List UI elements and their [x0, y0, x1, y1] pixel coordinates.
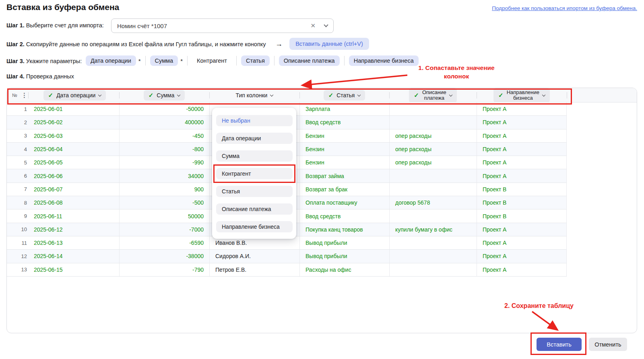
cell-amount: 400000 [119, 116, 209, 129]
cell-description [389, 263, 477, 276]
cell-amount: -500 [119, 196, 209, 209]
table-row: 122025-06-14-38000Сидоров А.И.Вывод приб… [7, 250, 567, 263]
account-select[interactable]: Номин счёт *1007 ✕ [111, 18, 334, 33]
header-label-line2: бизнеса [513, 95, 533, 101]
cell-amount: 900 [119, 183, 209, 196]
header-cell-3: Тип колонки [209, 88, 299, 103]
cell-category: Вывод прибыли [299, 250, 389, 263]
cell-number: 10 [7, 223, 29, 236]
cell-category: Ввод средств [299, 209, 389, 222]
cell-number: 4 [7, 143, 29, 156]
cell-business: Проект А [477, 116, 567, 129]
dropdown-option-2[interactable]: Дата операции [216, 133, 293, 144]
dropdown-option-7[interactable]: Направление бизнеса [216, 221, 293, 232]
check-icon: ✓ [48, 92, 54, 99]
dropdown-option-1[interactable]: Не выбран [216, 115, 293, 126]
column-type-selector-3[interactable]: Тип колонки [231, 90, 278, 100]
step1-text: Выберите счет для импорта: [26, 22, 104, 29]
cell-number: 3 [7, 129, 29, 142]
insert-button[interactable]: Вставить [537, 338, 582, 351]
chevron-down-icon [177, 93, 180, 96]
cancel-button[interactable]: Отменить [589, 338, 627, 351]
cell-number: 5 [7, 156, 29, 169]
required-asterisk: * [180, 57, 183, 64]
cell-business: Проект B [477, 183, 567, 196]
header-label: Дата операции [56, 92, 95, 98]
cell-category: Бензин [299, 156, 389, 169]
kebab-menu-icon[interactable]: ⋮ [21, 88, 27, 103]
step2-label: Шаг 2. Скопируйте данные по операциям из… [6, 41, 266, 47]
param-chip-1[interactable]: Дата операции [86, 55, 136, 66]
cell-description [389, 103, 477, 115]
cell-amount: -7000 [119, 223, 209, 236]
step3-text: Укажите параметры: [26, 58, 82, 64]
cell-date: 2025-06-06 [29, 169, 119, 182]
column-type-selector-5[interactable]: ✓Описаниеплатежа [409, 88, 456, 103]
cell-business: Проект А [477, 103, 567, 115]
column-type-selector-1[interactable]: ✓Дата операции [43, 90, 106, 101]
cell-business: Проект А [477, 129, 567, 142]
cell-description: опер расходы [389, 156, 477, 169]
cell-category: Возврат займа [299, 169, 389, 182]
cell-date: 2025-06-08 [29, 196, 119, 209]
chevron-down-icon [449, 93, 452, 96]
cell-amount: -990 [119, 156, 209, 169]
param-divider [187, 56, 188, 66]
cell-description [389, 236, 477, 249]
step1-label: Шаг 1. Выберите счет для импорта: [6, 22, 104, 29]
header-label: Сумма [157, 92, 174, 98]
param-chip-2[interactable]: Сумма [150, 55, 178, 66]
header-cell-2: ✓Сумма [119, 88, 209, 103]
step3-label: Шаг 3. Укажите параметры: [6, 58, 82, 64]
param-chip-3[interactable]: Контрагент [192, 55, 232, 66]
param-divider [344, 56, 345, 66]
cell-number: 11 [7, 236, 29, 249]
param-chip-5[interactable]: Описание платежа [279, 55, 340, 66]
header-label: Описаниеплатежа [422, 90, 446, 101]
cell-number: 13 [7, 263, 29, 276]
page-title: Вставка из буфера обмена [6, 2, 119, 12]
cell-date: 2025-06-03 [29, 129, 119, 142]
header-cell-1: ✓Дата операции [30, 88, 119, 103]
cell-business: Проект А [477, 236, 567, 249]
cell-number: 1 [7, 103, 29, 115]
cell-business: Проект А [477, 250, 567, 263]
column-type-dropdown: Не выбранДата операцииСуммаКонтрагентСта… [212, 108, 296, 239]
header-label-line1: Направление [507, 90, 539, 95]
param-chip-4[interactable]: Статья [241, 55, 270, 66]
paste-data-button[interactable]: Вставить данные (ctrl+V) [289, 38, 369, 50]
dropdown-option-6[interactable]: Описание платежа [216, 203, 293, 215]
column-type-selector-2[interactable]: ✓Сумма [144, 90, 185, 101]
cell-category: Бензин [299, 143, 389, 156]
annotation-match-columns-line2: колонок [408, 72, 505, 80]
dropdown-option-3[interactable]: Сумма [216, 150, 293, 162]
header-label-line1: Описание [422, 90, 446, 95]
dropdown-option-4[interactable]: Контрагент [216, 168, 293, 179]
column-type-selector-6[interactable]: ✓Направлениебизнеса [493, 88, 550, 103]
column-type-selector-4[interactable]: ✓Статья [324, 90, 365, 101]
cell-date: 2025-06-01 [29, 103, 119, 115]
cell-category: Расходы на офис [299, 263, 389, 276]
cell-business: Проект А [477, 263, 567, 276]
cell-category: Вывод прибыли [299, 236, 389, 249]
cell-description: опер расходы [389, 143, 477, 156]
cell-amount: 50000 [119, 209, 209, 222]
dropdown-option-5[interactable]: Статья [216, 186, 293, 197]
cell-date: 2025-06-14 [29, 250, 119, 263]
cell-number: 7 [7, 183, 29, 196]
account-select-value: Номин счёт *1007 [117, 23, 310, 29]
cell-amount: 34000 [119, 169, 209, 182]
annotation-save-table: 2. Сохраните таблицу [504, 302, 574, 310]
step1-number: Шаг 1. [6, 22, 25, 29]
cell-description: опер расходы [389, 129, 477, 142]
right-arrow-icon: → [275, 40, 283, 48]
cell-date: 2025-06-15 [29, 263, 119, 276]
cell-number: 6 [7, 169, 29, 182]
chevron-down-icon [542, 93, 545, 96]
chevron-down-icon[interactable] [324, 23, 328, 27]
clear-icon[interactable]: ✕ [310, 22, 316, 29]
header-label: Тип колонки [236, 92, 268, 98]
help-link[interactable]: Подробнее как пользоваться ипортом из бу… [492, 5, 637, 11]
cell-category: Ввод средств [299, 116, 389, 129]
header-cell-6: ✓Направлениебизнеса [477, 88, 567, 103]
